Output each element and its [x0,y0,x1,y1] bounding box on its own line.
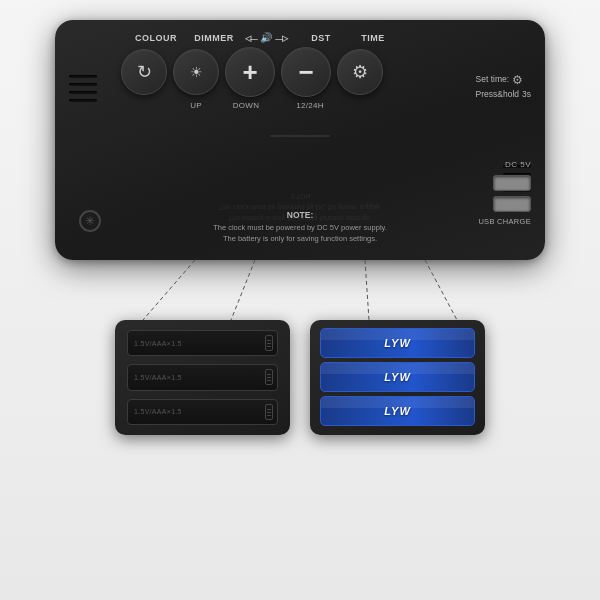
battery-brand-2: LYW [384,371,411,383]
dimmer-button[interactable]: ☀ [173,49,219,95]
set-time-instruction: Press&hold 3s [476,89,531,101]
usb-area: DC 5V USB CHARGE [478,160,531,226]
battery-slot-2: 1.5V/AAA×1.5 [127,364,278,390]
note-line2: The battery is only for saving function … [155,233,445,244]
battery-slot-label-2: 1.5V/AAA×1.5 [134,374,182,381]
battery-slot-label-3: 1.5V/AAA×1.5 [134,408,182,415]
grille-line-2 [69,83,97,86]
usb-port-2[interactable] [493,196,531,212]
battery-row: 1.5V/AAA×1.5 1.5V/AAA×1.5 1.5V/AAA×1.5 L… [115,320,485,435]
grille-line-3 [69,91,97,94]
dst-settings-button[interactable]: ⚙ [337,49,383,95]
plus-icon: + [242,59,257,85]
set-time-gear: ⚙ [512,72,523,89]
time-label: TIME [350,33,396,43]
duration-text: 3s [522,89,531,101]
battery-cell-2: LYW [320,362,475,392]
battery-cell-3: LYW [320,396,475,426]
set-time-area: Set time: ⚙ Press&hold 3s [476,72,531,101]
down-button[interactable]: − [281,47,331,97]
main-container: ✳ DC 5V USB CHARGE COLOUR DIMMER ◁— 🔊 —▷… [0,0,600,600]
sub-label-row: UP DOWN 12/24H [71,101,529,110]
minus-icon: − [298,59,313,85]
svg-line-3 [425,260,457,320]
battery-brand-1: LYW [384,337,411,349]
dimmer-label: DIMMER [188,33,240,43]
grille-line-4 [69,99,97,102]
reflection: The battery is only for saving function … [170,190,430,224]
up-sub-label: UP [171,101,221,110]
clock-back-panel: ✳ DC 5V USB CHARGE COLOUR DIMMER ◁— 🔊 —▷… [55,20,545,260]
set-time-label: Set time: ⚙ [476,72,531,89]
press-hold-text: Press&hold [476,89,519,101]
speaker-dot: ✳ [79,210,101,232]
svg-line-1 [231,260,255,320]
set-time-text: Set time: [476,74,510,86]
battery-slot-3: 1.5V/AAA×1.5 [127,399,278,425]
battery-slot-1: 1.5V/AAA×1.5 [127,330,278,356]
svg-line-2 [365,260,369,320]
battery-compartment-empty: 1.5V/AAA×1.5 1.5V/AAA×1.5 1.5V/AAA×1.5 [115,320,290,435]
speaker-grille-left [69,75,97,102]
spring-1 [265,335,273,351]
svg-line-0 [143,260,195,320]
button-row: ↻ ☀ + − ⚙ [71,47,529,97]
down-sub-label: DOWN [221,101,271,110]
settings-icon: ⚙ [352,63,368,81]
h-separator [270,135,330,137]
colour-label: COLOUR [130,33,182,43]
grille-line-1 [69,75,97,78]
battery-slot-label-1: 1.5V/AAA×1.5 [134,340,182,347]
label-row: COLOUR DIMMER ◁— 🔊 —▷ DST TIME [71,32,529,43]
dimmer-icon: ☀ [190,65,203,79]
colour-icon: ↻ [137,63,152,81]
battery-cell-1: LYW [320,328,475,358]
battery-compartment-full: LYW LYW LYW [310,320,485,435]
usb-charge-label: USB CHARGE [478,217,531,226]
connector-svg [55,260,545,320]
volume-label: ◁— 🔊 —▷ [240,32,292,43]
up-button[interactable]: + [225,47,275,97]
mode-sub-label: 12/24H [285,101,335,110]
dc5v-label: DC 5V [505,160,531,169]
battery-brand-3: LYW [384,405,411,417]
dst-label: DST [298,33,344,43]
connector-area [55,260,545,320]
spring-2 [265,369,273,385]
speaker-icon: ✳ [85,214,95,228]
colour-button[interactable]: ↻ [121,49,167,95]
usb-port-1[interactable] [493,175,531,191]
spring-3 [265,404,273,420]
